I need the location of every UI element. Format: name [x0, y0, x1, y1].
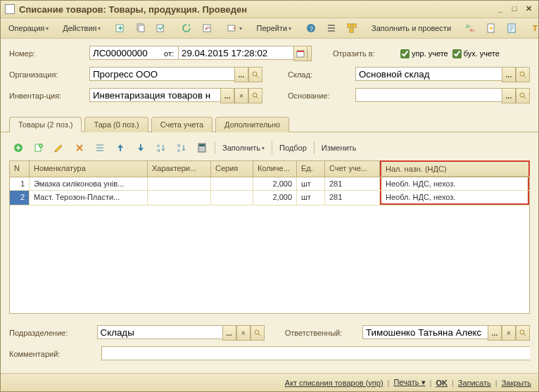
sklad-select-button[interactable]: ...: [502, 67, 516, 82]
row-delete-icon[interactable]: [70, 140, 89, 156]
help-icon[interactable]: ?: [302, 20, 320, 36]
copy-icon[interactable]: [132, 20, 150, 36]
col-series[interactable]: Серия: [211, 161, 253, 177]
tab-extra[interactable]: Дополнительно: [215, 117, 289, 132]
svg-text:↶: ↶: [205, 25, 210, 32]
grid-fill-menu[interactable]: Заполнить▾: [219, 141, 268, 154]
comment-input[interactable]: [101, 346, 530, 360]
svg-rect-2: [139, 25, 144, 32]
org-input[interactable]: [89, 67, 234, 81]
tab-goods[interactable]: Товары (2 поз.): [9, 117, 82, 132]
col-unit[interactable]: Ед.: [297, 161, 325, 177]
maximize-button[interactable]: □: [509, 4, 520, 15]
invent-clear-button[interactable]: ×: [234, 88, 248, 103]
svg-text:?: ?: [310, 25, 313, 32]
dept-label: Подразделение:: [9, 329, 93, 337]
resp-open-button[interactable]: [516, 325, 530, 341]
svg-rect-9: [348, 24, 351, 27]
goto-menu[interactable]: Перейти▾: [253, 22, 295, 34]
col-vat[interactable]: Нал. назн. (НДС): [380, 160, 530, 177]
actions-menu[interactable]: Действия▾: [59, 22, 104, 34]
close-window-button[interactable]: ✕: [523, 4, 534, 15]
fill-post-button[interactable]: Заполнить и провести: [368, 22, 455, 34]
grid-change-button[interactable]: Изменить: [318, 141, 360, 154]
footer-form: Подразделение: ... × Ответственный: ... …: [1, 320, 538, 373]
svg-rect-28: [140, 144, 141, 148]
col-nomenclature[interactable]: Номенклатура: [30, 161, 148, 177]
org-open-button[interactable]: [248, 67, 262, 82]
statusbar: Акт списания товаров (упр) | Печать ▾ | …: [1, 373, 538, 391]
transpose-icon[interactable]: T: [528, 20, 539, 36]
dept-select-button[interactable]: ...: [222, 325, 236, 341]
grid-select-button[interactable]: Подбор: [276, 141, 310, 154]
svg-rect-19: [297, 51, 304, 52]
svg-rect-11: [350, 29, 353, 32]
invent-select-button[interactable]: ...: [220, 88, 234, 103]
resp-input[interactable]: [362, 325, 488, 339]
reason-select-button[interactable]: ...: [502, 88, 516, 103]
svg-text:Кт: Кт: [470, 28, 474, 32]
upr-checkbox[interactable]: упр. учете: [400, 49, 448, 58]
date-input[interactable]: [178, 46, 303, 60]
grid-toolbar: AЯ ЯA Заполнить▾ Подбор Изменить: [9, 138, 530, 158]
resp-select-button[interactable]: ...: [488, 325, 502, 341]
minimize-button[interactable]: _: [495, 4, 506, 15]
table-row[interactable]: 1 Эмазка силіконова унів... 2,000 шт 281…: [10, 177, 529, 191]
org-select-button[interactable]: ...: [234, 67, 248, 82]
row-down-icon[interactable]: [132, 140, 150, 156]
refresh-icon[interactable]: [177, 20, 196, 36]
org-label: Организация:: [9, 70, 85, 79]
main-toolbar: Операция▾ Действия▾ ↶ ▾ Перейти▾ ? Запол…: [1, 18, 538, 39]
dept-clear-button[interactable]: ×: [236, 325, 251, 341]
undo-icon[interactable]: ↶: [198, 20, 216, 36]
svg-text:A: A: [177, 148, 180, 153]
calendar-button[interactable]: [293, 46, 307, 61]
dept-input[interactable]: [97, 325, 222, 339]
export-icon[interactable]: ▾: [223, 20, 246, 36]
act-link[interactable]: Акт списания товаров (упр): [285, 379, 383, 387]
titlebar: Списание товаров: Товары, продукция. Про…: [1, 1, 538, 18]
structure-icon[interactable]: [343, 20, 361, 36]
operation-menu[interactable]: Операция▾: [5, 22, 52, 34]
svg-text:Я: Я: [177, 144, 180, 148]
tab-tara[interactable]: Тара (0 поз.): [84, 117, 148, 132]
sort-asc-icon[interactable]: AЯ: [152, 140, 170, 156]
close-button[interactable]: Закрыть: [502, 379, 531, 387]
reason-open-button[interactable]: [516, 88, 530, 103]
report-icon[interactable]: [502, 20, 521, 36]
col-n[interactable]: N: [10, 161, 30, 177]
list-icon[interactable]: [322, 20, 341, 36]
ok-button[interactable]: OK: [436, 379, 448, 387]
post-icon[interactable]: [152, 20, 170, 36]
sort-desc-icon[interactable]: ЯA: [172, 140, 191, 156]
buh-checkbox[interactable]: бух. учете: [452, 49, 500, 58]
dtdt-icon[interactable]: ДтКт: [462, 20, 480, 36]
svg-rect-10: [353, 24, 356, 27]
tab-accounts[interactable]: Счета учета: [151, 117, 213, 132]
window-title: Списание товаров: Товары, продукция. Про…: [19, 4, 492, 15]
row-edit-icon[interactable]: [50, 140, 68, 156]
reason-input[interactable]: [355, 88, 502, 102]
resp-clear-button[interactable]: ×: [502, 325, 516, 341]
row-settings-icon[interactable]: [91, 140, 109, 156]
row-copy-icon[interactable]: [30, 140, 48, 156]
sklad-input[interactable]: [355, 67, 502, 81]
invent-input[interactable]: [89, 88, 220, 102]
row-up-icon[interactable]: [111, 140, 129, 156]
save-button[interactable]: Записать: [458, 379, 491, 387]
svg-point-15: [490, 27, 493, 30]
attach-icon[interactable]: [482, 20, 500, 36]
col-account[interactable]: Счет уче...: [325, 161, 380, 177]
row-add-icon[interactable]: [9, 140, 27, 156]
print-menu[interactable]: Печать ▾: [393, 378, 425, 387]
calc-icon[interactable]: [193, 140, 211, 156]
svg-text:T: T: [533, 24, 538, 32]
resp-label: Ответственный:: [285, 329, 358, 337]
table-row[interactable]: 2 Маст. Терозон-Пласти... 2,000 шт 281 Н…: [10, 191, 529, 206]
col-quantity[interactable]: Количе...: [253, 161, 297, 177]
add-icon[interactable]: [111, 20, 129, 36]
col-characteristic[interactable]: Характери...: [148, 161, 211, 177]
invent-open-button[interactable]: [248, 88, 262, 103]
sklad-open-button[interactable]: [516, 67, 530, 82]
dept-open-button[interactable]: [251, 325, 265, 341]
